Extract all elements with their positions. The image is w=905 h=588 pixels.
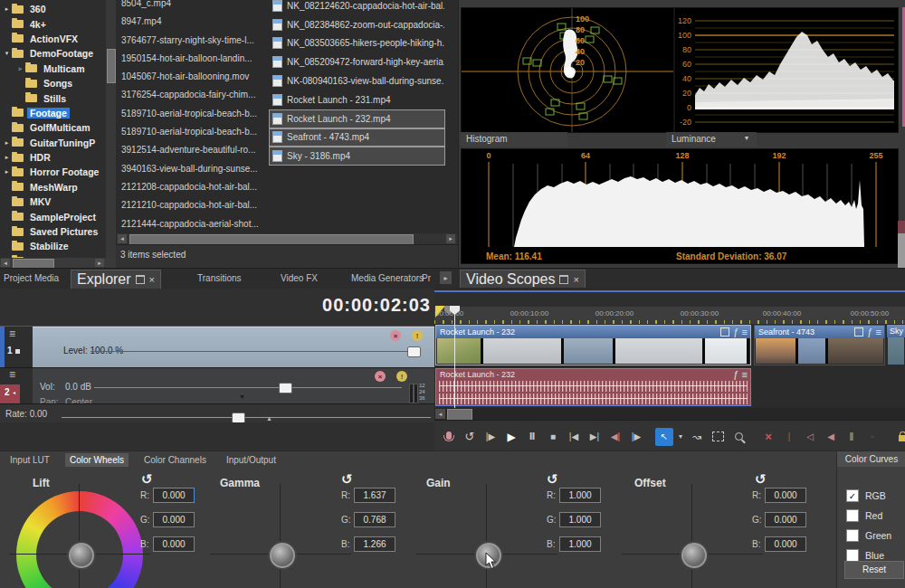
folder-tree-item[interactable]: ▾ DemoFootage bbox=[0, 46, 105, 61]
file-row[interactable]: 3912514-adventure-beautiful-ro... bbox=[118, 141, 267, 159]
video-event-header[interactable]: Sky - bbox=[887, 325, 905, 337]
timecode-display[interactable]: 00:00:02:03 bbox=[226, 295, 431, 316]
play-from-start-button[interactable]: |▶ bbox=[481, 428, 500, 446]
folder-tree-item[interactable]: Songs bbox=[0, 76, 105, 90]
go-to-start-button[interactable]: |◀ bbox=[565, 428, 583, 446]
media-file-row[interactable]: NK_083503665-hikers-people-hiking-h... bbox=[269, 34, 445, 53]
timeline-horizontal-scrollbar[interactable]: ◂ bbox=[434, 408, 905, 420]
track-collapse-icon[interactable]: ◂ bbox=[13, 389, 15, 395]
tree-vertical-scrollbar[interactable] bbox=[106, 0, 116, 258]
tree-horizontal-scrollbar[interactable]: ◂ ▸ bbox=[0, 258, 116, 268]
lift-wheel-knob[interactable] bbox=[69, 543, 94, 568]
media-file-row[interactable]: Sky - 3186.mp4 bbox=[269, 147, 445, 166]
folder-tree-item[interactable]: Stabilize bbox=[0, 239, 105, 253]
close-tab-icon[interactable]: × bbox=[149, 276, 155, 283]
tab-project-media[interactable]: Project Media bbox=[4, 273, 59, 283]
rate-slider-track[interactable] bbox=[62, 417, 431, 418]
channel-checkbox[interactable]: ✓ bbox=[846, 529, 859, 542]
envelope-tool-button[interactable]: ↝ bbox=[688, 428, 706, 446]
offset-r-input[interactable] bbox=[765, 488, 806, 503]
record-button[interactable] bbox=[440, 428, 458, 446]
tab-video-scopes[interactable]: Video Scopes × bbox=[460, 270, 586, 289]
media-file-row[interactable]: NK_085209472-forward-high-key-aeria... bbox=[269, 52, 445, 71]
video-event-sky[interactable]: Sky - bbox=[887, 325, 905, 365]
file-list-horizontal-scrollbar[interactable]: ◂ ▸ bbox=[117, 233, 457, 244]
track-solo-button[interactable]: ! bbox=[412, 330, 423, 341]
tab-partial[interactable]: Pr bbox=[422, 273, 434, 283]
gamma-g-input[interactable] bbox=[354, 512, 395, 527]
color-panel-tab[interactable]: Color Wheels bbox=[65, 453, 129, 467]
gamma-r-input[interactable] bbox=[354, 488, 395, 503]
file-row[interactable]: 5189710-aerial-tropical-beach-b... bbox=[118, 105, 267, 123]
volume-slider-handle[interactable] bbox=[279, 383, 292, 394]
color-panel-tab[interactable]: Input LUT bbox=[5, 453, 54, 467]
folder-tree-item[interactable]: ▸ GuitarTuningP bbox=[0, 136, 105, 150]
level-slider-handle[interactable] bbox=[407, 346, 421, 357]
zoom-tool-button[interactable] bbox=[729, 428, 748, 446]
reset-gamma-button[interactable]: ↺ bbox=[341, 471, 353, 488]
volume-slider-track[interactable] bbox=[94, 387, 402, 388]
float-window-icon[interactable] bbox=[136, 275, 145, 284]
luminance-dropdown-caret-icon[interactable]: ▾ bbox=[745, 134, 748, 142]
lift-r-input[interactable] bbox=[153, 488, 195, 503]
loop-playback-button[interactable]: ↺ bbox=[461, 428, 479, 446]
video-event-seafront[interactable]: Seafront - 4743 ƒ ≡ bbox=[754, 325, 885, 365]
level-slider-track[interactable] bbox=[90, 351, 409, 352]
tab-transitions[interactable]: Transitions bbox=[197, 273, 242, 283]
go-to-end-button[interactable]: ▶| bbox=[586, 428, 604, 446]
video-event-rocket-launch[interactable]: Rocket Launch - 232 ƒ ≡ bbox=[435, 325, 751, 365]
edit-tool-button[interactable]: ↖ bbox=[655, 428, 673, 446]
folder-tree-item[interactable]: ▸ 360 bbox=[0, 2, 105, 16]
delete-button[interactable]: × bbox=[759, 428, 777, 446]
audio-event-header[interactable]: Rocket Launch - 232 ƒ ≡ bbox=[436, 369, 750, 380]
tree-expand-icon[interactable]: ▸ bbox=[2, 5, 12, 13]
audio-event-rocket-launch[interactable]: Rocket Launch - 232 ƒ ≡ bbox=[435, 368, 751, 406]
curves-reset-button[interactable]: Reset bbox=[844, 561, 904, 579]
play-button[interactable]: ▶ bbox=[502, 428, 520, 446]
file-row[interactable]: 1950154-hot-air-balloon-landin... bbox=[118, 50, 267, 68]
next-frame-button[interactable]: |▶ bbox=[627, 428, 645, 446]
offset-b-input[interactable] bbox=[765, 536, 806, 552]
pause-button[interactable]: Ⅱ bbox=[523, 428, 541, 446]
lift-b-input[interactable] bbox=[153, 536, 195, 552]
track-menu-icon[interactable]: ≡ bbox=[9, 329, 15, 338]
lift-color-wheel[interactable] bbox=[16, 491, 143, 588]
file-scroll-left-button[interactable]: ◂ bbox=[118, 234, 127, 243]
reset-gain-button[interactable]: ↺ bbox=[547, 471, 558, 488]
offset-wheel-knob[interactable] bbox=[681, 543, 707, 568]
event-fx-icon[interactable]: ƒ bbox=[733, 370, 738, 380]
trim-right-button[interactable]: ◀ bbox=[822, 428, 840, 446]
channel-checkbox[interactable]: ✓ bbox=[846, 509, 859, 522]
media-file-row[interactable]: NK_082124620-cappadocia-hot-air-bal... bbox=[269, 0, 445, 15]
color-panel-tab[interactable]: Color Channels bbox=[139, 453, 211, 467]
file-row[interactable]: 3176254-cappadocia-fairy-chim... bbox=[118, 86, 267, 104]
tab-media-generators[interactable]: Media Generators bbox=[351, 273, 424, 283]
pan-crop-icon[interactable] bbox=[854, 327, 863, 337]
file-row[interactable]: 5189710-aerial-tropical-beach-b... bbox=[118, 123, 267, 141]
media-file-row[interactable]: Seafront - 4743.mp4 bbox=[269, 128, 445, 147]
histogram-selector[interactable]: Histogram bbox=[461, 132, 567, 147]
gain-g-input[interactable] bbox=[559, 512, 601, 527]
playhead-line[interactable] bbox=[454, 307, 455, 408]
folder-tree-item[interactable]: ActionVFX bbox=[0, 32, 105, 46]
track-solo-button[interactable]: ! bbox=[396, 371, 407, 382]
tab-explorer[interactable]: Explorer × bbox=[71, 270, 161, 289]
file-row[interactable]: 8947.mp4 bbox=[118, 13, 267, 31]
folder-tree-item[interactable]: Footage bbox=[0, 106, 105, 120]
tree-expand-icon[interactable]: ▹ bbox=[15, 65, 25, 72]
file-scroll-right-button[interactable]: ▸ bbox=[446, 234, 455, 243]
tree-expand-icon[interactable]: ▸ bbox=[2, 168, 12, 175]
group-button[interactable]: ▫ bbox=[863, 428, 881, 446]
selection-tool-button[interactable] bbox=[709, 428, 727, 446]
folder-tree-item[interactable]: ▹ Multicam bbox=[0, 62, 105, 76]
channel-checkbox[interactable]: ✓ bbox=[846, 489, 859, 502]
stop-button[interactable]: ■ bbox=[544, 428, 562, 446]
gamma-wheel-knob[interactable] bbox=[270, 543, 295, 568]
gain-r-input[interactable] bbox=[559, 488, 601, 503]
channel-checkbox[interactable]: ✓ bbox=[846, 549, 859, 562]
tab-video-fx[interactable]: Video FX bbox=[281, 273, 318, 283]
video-event-header[interactable]: Rocket Launch - 232 ƒ ≡ bbox=[436, 326, 750, 338]
curve-channel-row[interactable]: ✓ Green bbox=[846, 526, 891, 545]
event-fx-icon[interactable]: ƒ bbox=[867, 327, 872, 337]
tree-expand-icon[interactable]: ▸ bbox=[2, 154, 12, 161]
